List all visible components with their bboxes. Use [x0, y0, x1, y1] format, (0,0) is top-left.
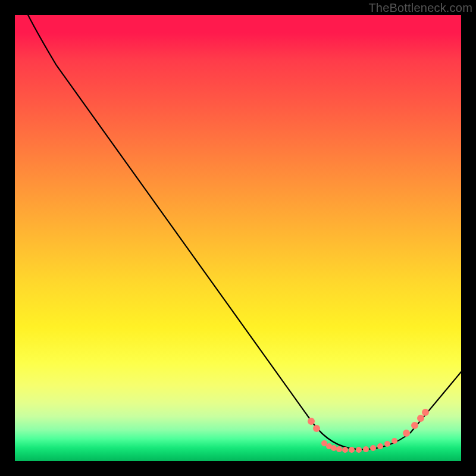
chart-frame: TheBottleneck.com: [0, 0, 476, 476]
svg-point-16: [417, 415, 424, 422]
bottleneck-curve: [15, 15, 461, 461]
plot-area: [15, 15, 461, 461]
svg-point-10: [370, 445, 376, 451]
svg-point-5: [336, 446, 342, 452]
svg-point-0: [308, 418, 315, 425]
svg-point-13: [392, 438, 397, 444]
svg-point-4: [331, 445, 337, 451]
svg-point-14: [403, 430, 410, 437]
svg-point-12: [384, 441, 390, 447]
svg-point-7: [349, 447, 355, 453]
svg-point-8: [356, 447, 362, 453]
marker-dots: [308, 409, 429, 453]
svg-point-17: [422, 409, 429, 416]
svg-point-15: [411, 422, 418, 429]
watermark-text: TheBottleneck.com: [368, 1, 472, 15]
svg-point-1: [313, 425, 320, 432]
svg-point-9: [363, 446, 369, 452]
svg-point-6: [342, 447, 348, 453]
svg-point-11: [377, 443, 383, 449]
curve-path: [28, 15, 461, 449]
